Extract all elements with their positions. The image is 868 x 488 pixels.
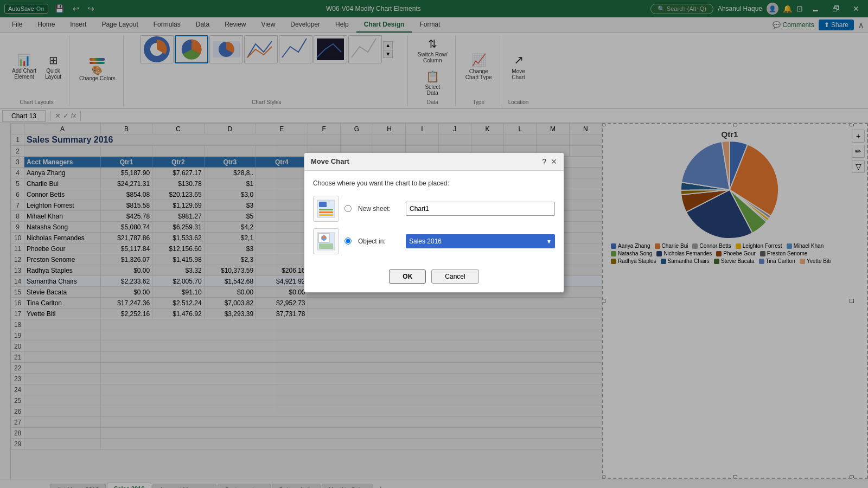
svg-rect-6 xyxy=(319,202,327,207)
object-in-svg xyxy=(316,232,336,251)
object-in-radio[interactable] xyxy=(344,237,352,245)
move-chart-dialog: Move Chart ? ✕ Choose where you want the… xyxy=(304,152,564,293)
new-sheet-input[interactable] xyxy=(406,202,555,216)
dialog-options: New sheet: xyxy=(313,196,555,254)
dialog-help-icon[interactable]: ? xyxy=(542,157,546,166)
object-in-select[interactable]: Sales 2016 xyxy=(406,234,555,248)
object-in-content: Object in: Sales 2016 ▼ xyxy=(344,234,555,248)
svg-rect-9 xyxy=(319,214,333,216)
object-in-icon xyxy=(313,228,339,254)
svg-rect-7 xyxy=(319,209,333,210)
svg-rect-8 xyxy=(319,211,333,213)
new-sheet-svg xyxy=(316,199,336,219)
dialog-footer: OK Cancel xyxy=(304,263,564,292)
ok-button[interactable]: OK xyxy=(389,269,426,284)
modal-overlay[interactable]: Move Chart ? ✕ Choose where you want the… xyxy=(0,0,868,488)
object-in-label: Object in: xyxy=(358,237,401,245)
new-sheet-label: New sheet: xyxy=(358,205,401,213)
new-sheet-row: New sheet: xyxy=(313,196,555,222)
new-sheet-icon xyxy=(313,196,339,222)
dialog-body: Choose where you want the chart to be pl… xyxy=(304,171,564,263)
cancel-button[interactable]: Cancel xyxy=(431,269,478,284)
dialog-description: Choose where you want the chart to be pl… xyxy=(313,179,555,187)
dialog-title: Move Chart xyxy=(311,157,349,165)
new-sheet-content: New sheet: xyxy=(344,202,555,216)
object-in-row: Object in: Sales 2016 ▼ xyxy=(313,228,555,254)
svg-rect-13 xyxy=(319,243,333,249)
dialog-titlebar: Move Chart ? ✕ xyxy=(304,153,564,171)
object-in-select-wrap: Sales 2016 ▼ xyxy=(406,234,555,248)
new-sheet-radio[interactable] xyxy=(344,205,352,212)
dialog-close-button[interactable]: ✕ xyxy=(551,157,557,166)
